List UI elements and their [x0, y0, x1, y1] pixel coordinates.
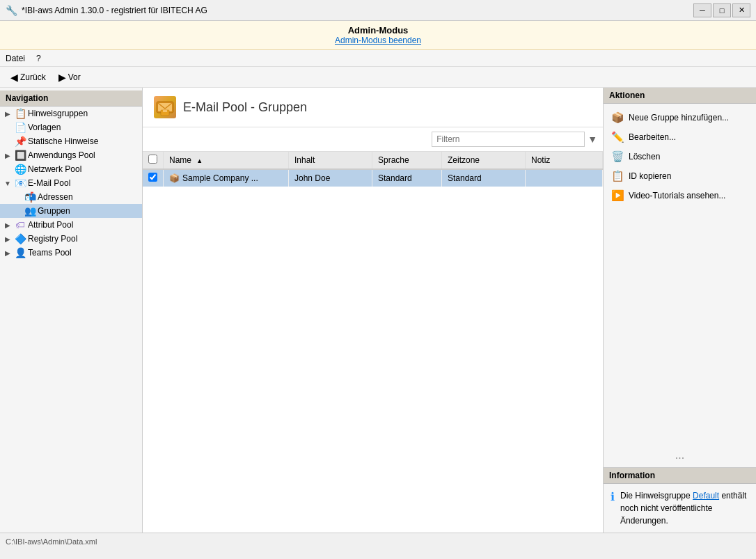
info-icon: ℹ: [611, 490, 615, 503]
nav-label-vorlagen: Vorlagen: [28, 123, 139, 132]
sort-icon: ▲: [196, 157, 203, 164]
filter-icon: ▼: [588, 134, 597, 145]
svg-rect-3: [163, 110, 167, 112]
row-checkbox-cell[interactable]: [143, 169, 164, 187]
nav-label-attribut-pool: Attribut Pool: [28, 220, 139, 230]
toolbar: ◀ Zurück ▶ Vor: [0, 67, 756, 88]
actions-list: 📦Neue Gruppe hinzufügen...✏️Bearbeiten..…: [604, 104, 756, 449]
actions-header: Aktionen: [604, 88, 756, 104]
action-loeschen[interactable]: 🗑️Löschen: [604, 147, 756, 166]
action-label-video-tutorials: Video-Tutorials ansehen...: [629, 191, 725, 200]
nav-label-anwendungs-pool: Anwendungs Pool: [28, 150, 139, 160]
col-header-zeitzone[interactable]: Zeitzone: [442, 152, 526, 169]
col-header-name[interactable]: Name ▲: [164, 152, 289, 169]
nav-icon-attribut-pool: 🏷: [15, 219, 26, 230]
sidebar-item-anwendungs-pool[interactable]: ▶🔲Anwendungs Pool: [0, 148, 142, 162]
back-label: Zurück: [20, 72, 46, 82]
close-button[interactable]: ✕: [732, 3, 750, 17]
col-header-sprache[interactable]: Sprache: [372, 152, 442, 169]
action-icon-neue-gruppe: 📦: [611, 111, 624, 125]
sidebar-item-adressen[interactable]: 📬Adressen: [0, 190, 142, 204]
main-layout: Navigation ▶📋Hinweisgruppen📄Vorlagen📌Sta…: [0, 88, 756, 533]
minimize-button[interactable]: ─: [693, 3, 711, 17]
sidebar-item-attribut-pool[interactable]: ▶🏷Attribut Pool: [0, 218, 142, 232]
row-checkbox[interactable]: [148, 173, 157, 182]
action-video-tutorials[interactable]: ▶️Video-Tutorials ansehen...: [604, 186, 756, 205]
info-text: Die Hinweisgruppe Default enthält noch n…: [620, 489, 749, 527]
action-id-kopieren[interactable]: 📋ID kopieren: [604, 166, 756, 186]
page-title: E-Mail Pool - Gruppen: [183, 100, 307, 115]
page-header: E-Mail Pool - Gruppen: [143, 88, 603, 127]
back-button[interactable]: ◀ Zurück: [6, 70, 51, 85]
expand-icon-email-pool: ▼: [3, 180, 13, 187]
nav-icon-teams-pool: 👤: [15, 247, 26, 258]
action-bearbeiten[interactable]: ✏️Bearbeiten...: [604, 127, 756, 147]
app-icon: 🔧: [6, 5, 17, 16]
expand-icon-attribut-pool: ▶: [3, 221, 13, 229]
action-label-bearbeiten: Bearbeiten...: [629, 132, 676, 142]
row-group-icon: 📦: [169, 173, 180, 183]
email-pool-icon: [155, 97, 175, 117]
col-header-notiz[interactable]: Notiz: [526, 152, 603, 169]
titlebar-left: 🔧 *IBI-aws Admin 1.30.0 - registriert fü…: [6, 5, 207, 16]
nav-items-container: ▶📋Hinweisgruppen📄Vorlagen📌Statische Hinw…: [0, 107, 142, 260]
filter-bar: ▼: [143, 127, 603, 152]
action-icon-video-tutorials: ▶️: [611, 189, 624, 203]
sidebar-item-teams-pool[interactable]: ▶👤Teams Pool: [0, 246, 142, 260]
sidebar-header: Navigation: [0, 90, 142, 107]
select-all-checkbox[interactable]: [148, 155, 157, 164]
expand-icon-registry-pool: ▶: [3, 235, 13, 243]
action-icon-id-kopieren: 📋: [611, 169, 624, 183]
nav-icon-anwendungs-pool: 🔲: [15, 150, 26, 161]
sidebar-item-registry-pool[interactable]: ▶🔷Registry Pool: [0, 232, 142, 246]
admin-mode-title: Admin-Modus: [0, 25, 756, 36]
expand-icon-teams-pool: ▶: [3, 249, 13, 257]
actions-panel: Aktionen 📦Neue Gruppe hinzufügen...✏️Bea…: [603, 88, 756, 533]
maximize-button[interactable]: □: [713, 3, 731, 17]
action-icon-bearbeiten: ✏️: [611, 130, 624, 144]
info-default-link[interactable]: Default: [693, 491, 719, 501]
statusbar: C:\IBI-aws\Admin\Data.xml: [0, 533, 756, 549]
admin-banner: Admin-Modus Admin-Modus beenden: [0, 21, 756, 50]
filter-input[interactable]: [432, 132, 585, 147]
nav-label-email-pool: E-Mail Pool: [28, 178, 139, 188]
row-name: Sample Company ...: [182, 173, 258, 183]
titlebar-title: *IBI-aws Admin 1.30.0 - registriert für …: [22, 6, 207, 15]
action-label-id-kopieren: ID kopieren: [629, 171, 671, 181]
table-header-row: Name ▲ Inhalt Sprache Zeitzone Notiz: [143, 152, 603, 169]
menubar: Datei ?: [0, 50, 756, 67]
admin-mode-deactivate-link[interactable]: Admin-Modus beenden: [0, 36, 756, 45]
table-row[interactable]: 📦Sample Company ...John DoeStandardStand…: [143, 169, 603, 187]
row-inhalt-cell: John Doe: [289, 169, 372, 187]
info-panel: Information ℹ Die Hinweisgruppe Default …: [604, 467, 756, 533]
nav-label-netzwerk-pool: Netzwerk Pool: [28, 164, 139, 174]
row-sprache-cell: Standard: [372, 169, 442, 187]
sidebar-item-hinweisgruppen[interactable]: ▶📋Hinweisgruppen: [0, 107, 142, 120]
nav-label-teams-pool: Teams Pool: [28, 248, 139, 258]
sidebar-item-netzwerk-pool[interactable]: 🌐Netzwerk Pool: [0, 162, 142, 176]
titlebar: 🔧 *IBI-aws Admin 1.30.0 - registriert fü…: [0, 0, 756, 21]
page-icon: [154, 96, 176, 118]
row-name-cell: 📦Sample Company ...: [164, 169, 289, 187]
row-zeitzone-cell: Standard: [442, 169, 526, 187]
sidebar: Navigation ▶📋Hinweisgruppen📄Vorlagen📌Sta…: [0, 88, 143, 533]
content-area: E-Mail Pool - Gruppen ▼ Name ▲: [143, 88, 603, 533]
sidebar-item-statische-hinweise[interactable]: 📌Statische Hinweise: [0, 134, 142, 148]
nav-label-adressen: Adressen: [38, 192, 139, 202]
sidebar-item-gruppen[interactable]: 👥Gruppen: [0, 204, 142, 218]
forward-label: Vor: [68, 72, 81, 82]
menu-help[interactable]: ?: [36, 54, 41, 63]
sidebar-item-email-pool[interactable]: ▼📧E-Mail Pool: [0, 176, 142, 190]
nav-icon-netzwerk-pool: 🌐: [15, 164, 26, 175]
data-table: Name ▲ Inhalt Sprache Zeitzone Notiz 📦Sa…: [143, 152, 603, 187]
action-label-loeschen: Löschen: [629, 152, 660, 162]
forward-button[interactable]: ▶ Vor: [54, 70, 86, 85]
action-neue-gruppe[interactable]: 📦Neue Gruppe hinzufügen...: [604, 108, 756, 127]
info-header: Information: [604, 468, 756, 484]
col-header-inhalt[interactable]: Inhalt: [289, 152, 372, 169]
col-header-check[interactable]: [143, 152, 164, 169]
col-name-label: Name: [169, 155, 191, 165]
actions-dots: ···: [604, 449, 756, 467]
menu-datei[interactable]: Datei: [6, 54, 25, 63]
sidebar-item-vorlagen[interactable]: 📄Vorlagen: [0, 120, 142, 134]
